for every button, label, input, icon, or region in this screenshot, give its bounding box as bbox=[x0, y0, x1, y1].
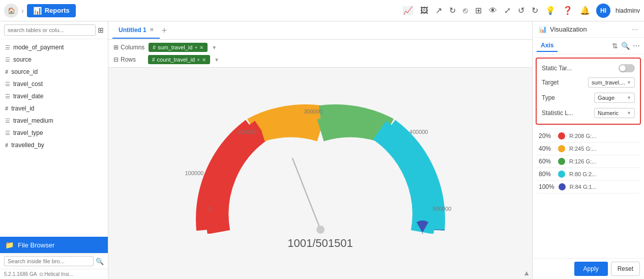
breadcrumb-chevron-icon: › bbox=[21, 7, 24, 15]
gauge-tick-400k: 400000 bbox=[409, 129, 428, 135]
viz-title: 📊 Visualization bbox=[539, 25, 587, 33]
text-icon: ☰ bbox=[5, 130, 10, 136]
color-pct-60: 60% bbox=[539, 158, 554, 165]
tag-close-icon[interactable]: ✕ bbox=[199, 45, 203, 50]
target-dropdown-arrow: ▼ bbox=[627, 80, 631, 85]
static-target-label: Static Tar... bbox=[542, 65, 572, 72]
item-label: travelled_by bbox=[11, 142, 44, 149]
left-sidebar: ⊞ ☰ mode_of_payment ☰ source # source_id… bbox=[0, 21, 108, 279]
file-browser-label: File Browser bbox=[18, 241, 54, 249]
item-label: travel_type bbox=[13, 129, 43, 136]
color-row-100[interactable]: 100% R:84 G:1... bbox=[537, 181, 640, 193]
tag-rows-close-icon[interactable]: ✕ bbox=[202, 57, 206, 63]
top-bar-left: 🏠 › 📊 Reports bbox=[4, 4, 76, 18]
help-icon[interactable]: ❓ bbox=[562, 5, 574, 16]
color-dot-20 bbox=[558, 132, 565, 140]
image-icon[interactable]: 🖼 bbox=[419, 5, 429, 16]
hash-icon: # bbox=[5, 69, 8, 75]
type-dropdown[interactable]: Gauge ▼ bbox=[594, 93, 635, 103]
sidebar-item-mode-of-payment[interactable]: ☰ mode_of_payment bbox=[0, 41, 108, 53]
color-row-40[interactable]: 40% R:245 G:... bbox=[537, 143, 640, 155]
line-chart-icon[interactable]: 📈 bbox=[402, 5, 414, 16]
right-panel-footer: Apply Reset bbox=[533, 258, 644, 279]
refresh-icon[interactable]: ↻ bbox=[448, 5, 457, 16]
columns-label: ⊞ Columns bbox=[113, 44, 144, 51]
user-label: hiadminv bbox=[616, 7, 640, 14]
statistic-value: Numeric bbox=[598, 110, 619, 116]
item-label: travel_id bbox=[11, 105, 34, 112]
eye-icon[interactable]: 👁 bbox=[488, 5, 498, 16]
sidebar-item-travel-medium[interactable]: ☰ travel_medium bbox=[0, 115, 108, 127]
color-row-60[interactable]: 60% R:126 G:... bbox=[537, 155, 640, 168]
viz-more-icon[interactable]: ⋯ bbox=[632, 26, 638, 33]
gauge-container: 0 100000 200000 300000 400000 500000 100… bbox=[178, 92, 463, 255]
color-desc-100: R:84 G:1... bbox=[570, 184, 638, 190]
columns-field-label: sum_travel_id bbox=[158, 44, 192, 50]
text-icon: ☰ bbox=[5, 81, 10, 88]
tab-untitled-1[interactable]: Untitled 1 ✕ bbox=[112, 22, 160, 39]
file-browser-section[interactable]: 📁 File Browser bbox=[0, 237, 108, 253]
search-panel-icon[interactable]: 🔍 bbox=[621, 42, 630, 50]
tag-rows-remove-icon[interactable]: + bbox=[197, 57, 200, 63]
sidebar-item-source[interactable]: ☰ source bbox=[0, 53, 108, 66]
export-icon[interactable]: ↗ bbox=[434, 5, 443, 16]
color-desc-60: R:126 G:... bbox=[569, 158, 638, 164]
sidebar-item-travel-cost[interactable]: ☰ travel_cost bbox=[0, 78, 108, 90]
target-dropdown[interactable]: sum_travel.... ▼ bbox=[588, 77, 635, 88]
chart-area: 0 100000 200000 300000 400000 500000 100… bbox=[108, 68, 532, 279]
color-pct-40: 40% bbox=[539, 145, 554, 152]
grid-icon[interactable]: ⊞ bbox=[98, 26, 104, 34]
gauge-tick-200k: 200000 bbox=[238, 129, 257, 135]
text-icon: ☰ bbox=[5, 44, 10, 51]
statistic-dropdown[interactable]: Numeric ▼ bbox=[594, 108, 635, 118]
reports-button[interactable]: 📊 Reports bbox=[27, 4, 76, 17]
top-bar: 🏠 › 📊 Reports 📈 🖼 ↗ ↻ ⎋ ⊞ 👁 ⤢ ↺ ↻ 💡 ❓ 🔔 … bbox=[0, 0, 644, 21]
color-row-20[interactable]: 20% R:208 G:... bbox=[537, 130, 640, 143]
sidebar-item-source-id[interactable]: # source_id bbox=[0, 66, 108, 78]
hash-icon: # bbox=[5, 142, 8, 148]
expand-icon[interactable]: ⤢ bbox=[503, 5, 512, 16]
item-label: travel_date bbox=[13, 93, 43, 100]
apply-button[interactable]: Apply bbox=[574, 262, 608, 276]
home-button[interactable]: 🏠 bbox=[4, 4, 18, 18]
sidebar-item-travel-date[interactable]: ☰ travel_date bbox=[0, 90, 108, 102]
reset-button[interactable]: Reset bbox=[611, 262, 640, 276]
color-row-80[interactable]: 80% R:80 G:2... bbox=[537, 168, 640, 181]
gauge-tick-500k: 500000 bbox=[433, 206, 452, 212]
tag-remove-icon[interactable]: + bbox=[194, 45, 197, 50]
columns-dropdown-arrow[interactable]: ▼ bbox=[212, 45, 217, 50]
color-desc-20: R:208 G:... bbox=[569, 133, 638, 139]
sidebar-list: ☰ mode_of_payment ☰ source # source_id ☰… bbox=[0, 39, 108, 237]
columns-field-tag[interactable]: # sum_travel_id + ✕ bbox=[149, 43, 208, 52]
more-icon[interactable]: ⋯ bbox=[633, 42, 640, 50]
sort-icon[interactable]: ⇅ bbox=[612, 42, 618, 50]
item-label: mode_of_payment bbox=[13, 44, 64, 51]
collapse-arrow-icon[interactable]: ▲ bbox=[523, 269, 530, 277]
undo-icon[interactable]: ↺ bbox=[517, 5, 525, 16]
rows-dropdown-arrow[interactable]: ▼ bbox=[214, 57, 219, 63]
grid-view-icon[interactable]: ⊞ bbox=[474, 5, 483, 16]
tab-add-button[interactable]: + bbox=[162, 26, 167, 35]
target-value: sum_travel.... bbox=[592, 79, 625, 86]
sidebar-item-travelled-by[interactable]: # travelled_by bbox=[0, 139, 108, 151]
hash-tag-icon: # bbox=[153, 45, 156, 50]
type-dropdown-arrow: ▼ bbox=[627, 95, 631, 100]
sidebar-item-travel-type[interactable]: ☰ travel_type bbox=[0, 127, 108, 139]
tab-axis[interactable]: Axis bbox=[537, 40, 558, 52]
sidebar-item-travel-id[interactable]: # travel_id bbox=[0, 102, 108, 115]
static-target-row: Static Tar... bbox=[540, 62, 637, 75]
share-icon[interactable]: ⎋ bbox=[462, 5, 469, 16]
rows-field-tag[interactable]: # count_travel_id + ✕ bbox=[148, 55, 210, 64]
redo-icon[interactable]: ↻ bbox=[531, 5, 539, 16]
file-search-input[interactable] bbox=[4, 256, 94, 266]
search-input[interactable] bbox=[4, 24, 96, 36]
file-search-icon[interactable]: 🔍 bbox=[96, 258, 104, 265]
item-label: travel_medium bbox=[13, 117, 53, 124]
tab-close-icon[interactable]: ✕ bbox=[150, 27, 154, 33]
file-search-bar: 🔍 bbox=[0, 253, 108, 269]
notification-icon[interactable]: 🔔 bbox=[579, 5, 591, 16]
static-target-toggle[interactable] bbox=[619, 64, 635, 72]
bulb-icon[interactable]: 💡 bbox=[544, 5, 557, 16]
color-dot-60 bbox=[558, 158, 565, 165]
user-avatar[interactable]: HI bbox=[596, 4, 610, 18]
